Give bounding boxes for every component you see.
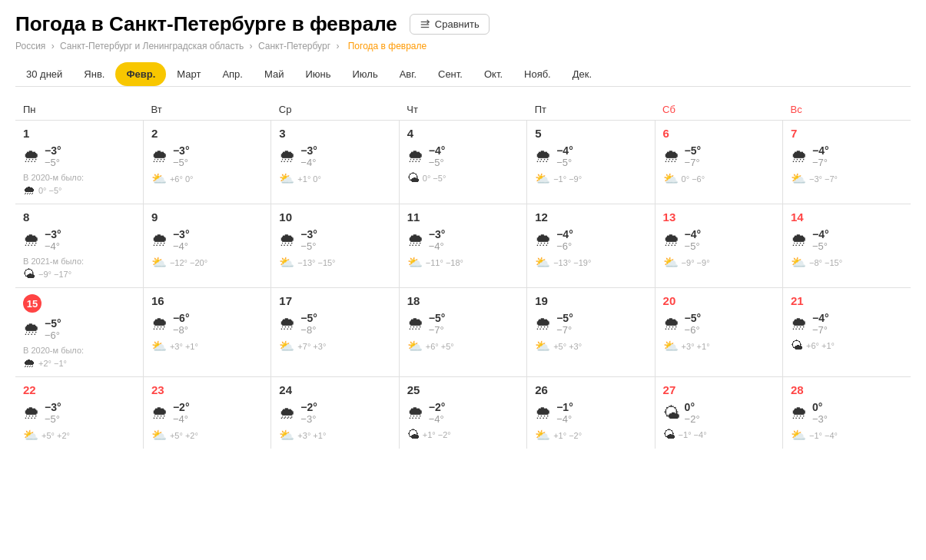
- temp-low: −7°: [812, 157, 829, 168]
- page-title: Погода в Санкт-Петербурге в феврале: [15, 12, 397, 36]
- temp-low: −3°: [812, 413, 828, 425]
- prev-year-weather-icon: ⛅: [791, 171, 806, 186]
- breadcrumb-city[interactable]: Санкт-Петербург: [258, 41, 330, 51]
- weather-icon: 🌨: [151, 316, 168, 333]
- temp-low: −4°: [300, 157, 317, 168]
- calendar-cell: 19🌨−5°−7°⛅+5° +3°: [527, 288, 655, 377]
- temp-high: −3°: [173, 144, 190, 157]
- day-number: 16: [151, 294, 263, 307]
- month-tab-6[interactable]: Июнь: [294, 62, 341, 86]
- temp-low: −7°: [429, 324, 446, 336]
- temp-low: −6°: [685, 324, 702, 336]
- prev-year-temps: +6° +1°: [806, 341, 835, 350]
- temp-high: −4°: [556, 228, 573, 240]
- temp-low: −4°: [429, 240, 446, 252]
- day-number: 10: [279, 210, 390, 224]
- weekday-header-ср: Ср: [271, 99, 399, 121]
- prev-year-weather-icon: ⛅: [663, 339, 679, 353]
- month-tab-3[interactable]: Март: [166, 62, 211, 86]
- prev-year-weather-icon: ⛅: [279, 171, 294, 186]
- calendar-cell: 26🌨−1°−4°⛅+1° −2°: [527, 377, 655, 449]
- day-number: 1: [23, 127, 135, 140]
- prev-year-temps: −1° −4°: [809, 431, 838, 440]
- temp-high: −5°: [45, 317, 61, 330]
- weather-icon: 🌤: [663, 405, 680, 422]
- temp-low: −5°: [45, 157, 61, 168]
- weather-icon: 🌨: [23, 148, 40, 165]
- month-tab-10[interactable]: Окт.: [473, 62, 513, 86]
- day-number: 7: [791, 127, 903, 140]
- prev-year-weather-icon: ⛅: [279, 255, 294, 270]
- month-tab-1[interactable]: Янв.: [73, 62, 115, 86]
- prev-year-temps: −13° −19°: [553, 258, 591, 267]
- temp-high: −3°: [45, 401, 61, 413]
- calendar-cell: 22🌨−3°−5°⛅+5° +2°: [15, 377, 143, 449]
- prev-year-weather-icon: ⛅: [663, 171, 679, 186]
- month-tab-2[interactable]: Февр.: [115, 62, 166, 86]
- prev-year-weather-icon: 🌧: [23, 356, 35, 370]
- temp-high: −5°: [300, 312, 317, 324]
- prev-year-temps: +6° 0°: [170, 174, 194, 184]
- prev-year-temps: +1° −2°: [423, 430, 451, 439]
- temp-low: −8°: [173, 324, 190, 336]
- calendar-cell: 7🌨−4°−7°⛅−3° −7°: [783, 121, 911, 204]
- calendar-cell: 24🌧−2°−3°⛅+3° +1°: [271, 377, 399, 449]
- temp-low: −4°: [45, 240, 61, 252]
- month-tab-12[interactable]: Дек.: [562, 62, 602, 86]
- calendar-cell: 5🌨−4°−5°⛅−1° −9°: [527, 121, 655, 204]
- weather-icon: 🌨: [663, 232, 680, 249]
- weekday-header-вс: Вс: [783, 99, 911, 121]
- temp-low: −2°: [685, 413, 700, 425]
- calendar-cell: 20🌨−5°−6°⛅+3° +1°: [655, 288, 782, 377]
- prev-year-temps: +3° +1°: [297, 431, 326, 440]
- weather-icon: 🌨: [535, 316, 552, 333]
- prev-year-temps: 0° −5°: [423, 174, 446, 183]
- day-number: 27: [663, 383, 775, 396]
- prev-year-temps: +7° +3°: [297, 342, 326, 351]
- weather-icon: 🌨: [279, 316, 296, 333]
- temp-high: −4°: [429, 144, 446, 157]
- day-number: 25: [407, 383, 519, 396]
- prev-year-weather-icon: 🌤: [407, 428, 420, 442]
- temp-high: 0°: [685, 401, 700, 413]
- day-number-today: 15: [23, 294, 41, 313]
- compare-button[interactable]: Сравнить: [410, 14, 490, 35]
- day-number: 13: [663, 210, 775, 224]
- prev-year-temps: +5° +3°: [553, 342, 582, 351]
- calendar-cell: 3🌨−3°−4°⛅+1° 0°: [271, 121, 399, 204]
- breadcrumb-country[interactable]: Россия: [15, 41, 45, 51]
- prev-year-temps: +3° +1°: [682, 342, 710, 351]
- temp-high: −3°: [173, 228, 190, 240]
- temp-low: −3°: [300, 413, 317, 425]
- weather-icon: 🌨: [407, 405, 424, 422]
- day-number: 24: [279, 383, 390, 396]
- weather-icon: 🌨: [535, 405, 552, 422]
- month-tab-5[interactable]: Май: [254, 62, 294, 86]
- calendar: ПнВтСрЧтПтСбВс1🌨−3°−5°В 2020-м было:🌧0° …: [15, 99, 911, 449]
- day-number: 17: [279, 294, 390, 307]
- month-tab-0[interactable]: 30 дней: [15, 62, 73, 86]
- calendar-cell: 16🌨−6°−8°⛅+3° +1°: [143, 288, 270, 377]
- prev-year-weather-icon: ⛅: [279, 339, 294, 353]
- month-tab-9[interactable]: Сент.: [427, 62, 473, 86]
- prev-year-temps: −12° −20°: [170, 258, 207, 267]
- prev-year-temps: +1° 0°: [297, 174, 321, 184]
- calendar-cell: 27🌤0°−2°🌤−1° −4°: [655, 377, 782, 449]
- prev-year-weather-icon: ⛅: [791, 255, 806, 270]
- weather-icon: 🌨: [279, 232, 296, 249]
- weather-icon: 🌨: [535, 232, 552, 249]
- month-tab-4[interactable]: Апр.: [211, 62, 254, 86]
- prev-year-weather-icon: ⛅: [279, 428, 294, 442]
- day-number: 8: [23, 210, 135, 224]
- prev-year-temps: −1° −4°: [679, 430, 707, 439]
- month-tab-11[interactable]: Нояб.: [513, 62, 562, 86]
- month-tab-7[interactable]: Июль: [341, 62, 388, 86]
- breadcrumb-region[interactable]: Санкт-Петербург и Ленинградская область: [60, 41, 244, 51]
- prev-year-weather-icon: ⛅: [535, 428, 550, 442]
- temp-low: −5°: [300, 240, 317, 252]
- prev-year-temps: −1° −9°: [553, 174, 582, 184]
- weather-icon: 🌨: [151, 232, 168, 249]
- temp-low: −5°: [812, 240, 829, 252]
- calendar-cell: 13🌨−4°−5°⛅−9° −9°: [655, 204, 782, 288]
- month-tab-8[interactable]: Авг.: [389, 62, 427, 86]
